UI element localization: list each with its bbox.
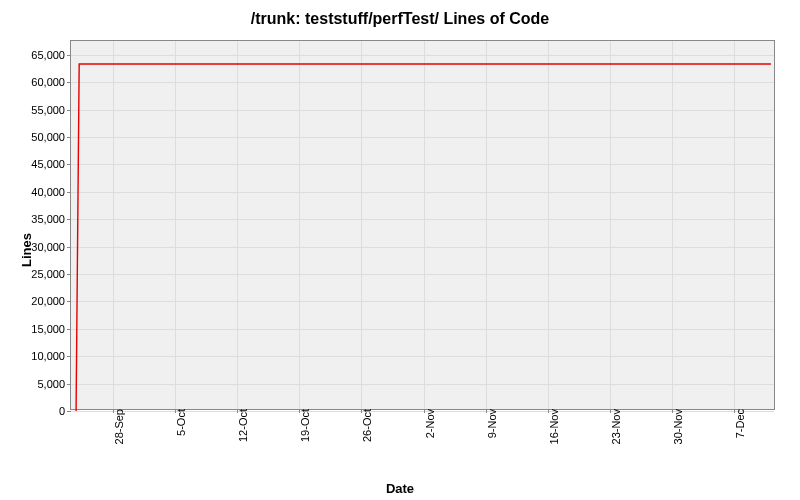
x-tick-label: 9-Nov — [474, 409, 498, 438]
y-tick-label: 5,000 — [37, 378, 71, 390]
y-tick-label: 65,000 — [31, 49, 71, 61]
x-tick-label: 2-Nov — [412, 409, 436, 438]
y-tick-label: 15,000 — [31, 323, 71, 335]
y-tick-label: 30,000 — [31, 241, 71, 253]
x-tick-label: 19-Oct — [287, 409, 311, 442]
y-tick-label: 0 — [59, 405, 71, 417]
chart-title: /trunk: teststuff/perfTest/ Lines of Cod… — [0, 10, 800, 28]
x-tick-label: 16-Nov — [536, 409, 560, 444]
y-tick-label: 50,000 — [31, 131, 71, 143]
y-tick-label: 40,000 — [31, 186, 71, 198]
plot-area: 05,00010,00015,00020,00025,00030,00035,0… — [70, 40, 775, 410]
y-tick-label: 35,000 — [31, 213, 71, 225]
x-tick-label: 5-Oct — [163, 409, 187, 436]
x-tick-label: 28-Sep — [101, 409, 125, 444]
y-tick-label: 20,000 — [31, 295, 71, 307]
x-tick-label: 12-Oct — [225, 409, 249, 442]
y-tick-label: 10,000 — [31, 350, 71, 362]
data-line — [71, 41, 776, 411]
y-tick-label: 60,000 — [31, 76, 71, 88]
x-tick-label: 7-Dec — [722, 409, 746, 438]
x-tick-label: 26-Oct — [349, 409, 373, 442]
x-tick-label: 23-Nov — [598, 409, 622, 444]
x-axis-label: Date — [0, 481, 800, 496]
y-tick-label: 25,000 — [31, 268, 71, 280]
x-tick-label: 30-Nov — [660, 409, 684, 444]
y-tick-label: 45,000 — [31, 158, 71, 170]
y-tick-label: 55,000 — [31, 104, 71, 116]
